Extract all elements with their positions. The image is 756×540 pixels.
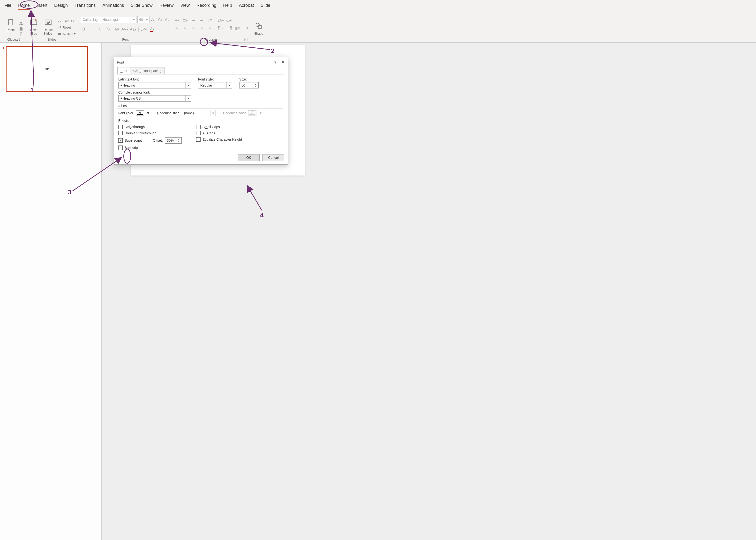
change-case-button[interactable]: Aa▾ [130,26,136,32]
new-slide-button[interactable]: New Slide [27,16,40,36]
tab-slide-extra[interactable]: Slide [260,2,271,10]
align-center-button[interactable]: ≡ [182,25,188,31]
clipboard-launcher[interactable] [19,38,23,41]
chevron-down-icon: ▼ [185,95,190,101]
tab-design[interactable]: Design [54,2,68,10]
chevron-down-icon: ▼ [210,110,215,116]
char-spacing-button[interactable]: AV▾ [122,26,128,32]
tab-animations[interactable]: Animations [102,2,124,10]
chevron-down-icon[interactable]: ▼ [146,111,150,115]
complex-font-combo[interactable]: +Heading CS▼ [118,95,191,101]
italic-button[interactable]: I [89,26,95,32]
ok-button[interactable]: OK [238,154,260,161]
tab-recording[interactable]: Recording [196,2,217,10]
chevron-down-icon: ▼ [227,82,231,88]
section-button[interactable]: ▭Section ▾ [56,31,77,36]
offset-spinner[interactable]: 30%▲▼ [165,137,182,144]
increase-font-icon[interactable]: A↑ [150,17,156,23]
decrease-font-icon[interactable]: A↓ [157,17,163,23]
tab-slideshow[interactable]: Slide Show [130,2,153,10]
format-painter-icon[interactable] [19,32,23,36]
numbering-button[interactable]: ≣▾ [182,17,188,23]
close-icon[interactable]: ✕ [281,60,285,65]
tab-view[interactable]: View [180,2,190,10]
bullets-button[interactable]: ≡▾ [174,17,180,23]
ltr-button[interactable]: ¶→ [218,25,224,31]
font-color-picker[interactable]: A [136,110,144,116]
font-dialog: Font ? ✕ Font Character Spacing Latin te… [114,57,288,165]
thumbnail-number: 1 [2,46,4,92]
ribbon-group-paragraph: ≡▾ ≣▾ ⇤ ⇥ ↕≡ ↕A▾ ▭▾ ≡ ≡ ≡ ≡ ≡ ¶→ ←¶ ▥▾ ▭… [172,12,250,42]
small-caps-checkbox[interactable] [196,125,201,129]
strikethrough-button[interactable]: ab [114,26,119,32]
offset-label: Offset: [153,139,163,142]
new-slide-label: New Slide [30,28,37,35]
reuse-slides-button[interactable]: Reuse Slides [42,16,55,36]
paragraph-launcher[interactable] [244,38,248,41]
align-left-button[interactable]: ≡ [174,25,180,31]
slides-group-label: Slides [48,38,56,41]
copy-icon[interactable] [19,27,23,31]
spinner-icon[interactable]: ▲▼ [254,83,258,87]
underline-button[interactable]: U [97,26,103,32]
svg-rect-5 [21,28,23,31]
subscript-checkbox[interactable] [118,146,123,150]
all-caps-checkbox[interactable] [196,131,201,135]
increase-indent-button[interactable]: ⇥ [199,17,204,23]
tab-insert[interactable]: Insert [36,2,48,10]
tab-review[interactable]: Review [159,2,174,10]
shapes-button[interactable]: Shape [252,20,265,36]
layout-icon: ▭ [57,19,62,23]
font-color-button[interactable]: A▾ [149,26,155,32]
chevron-down-icon: ▾ [146,18,148,22]
tab-help[interactable]: Help [223,2,233,10]
dialog-tab-font[interactable]: Font [117,67,130,74]
svg-point-8 [47,21,49,24]
text-direction-button[interactable]: ↕A▾ [218,17,224,23]
superscript-checkbox[interactable] [118,138,123,143]
tab-acrobat[interactable]: Acrobat [238,2,254,10]
tab-transitions[interactable]: Transitions [74,2,96,10]
double-strikethrough-checkbox[interactable] [118,131,123,135]
size-spinner[interactable]: 60▲▼ [239,82,259,88]
workspace: 1 m2 [0,43,756,540]
underline-style-combo[interactable]: (none)▼ [182,110,216,116]
columns-button[interactable]: ▥▾ [234,25,240,31]
line-spacing-button[interactable]: ↕≡ [207,17,213,23]
dialog-tab-spacing[interactable]: Character Spacing [130,67,164,74]
latin-font-label: Latin text font: [118,77,191,81]
slide-thumbnail-1[interactable]: m2 [6,46,88,92]
latin-font-combo[interactable]: +Heading▼ [118,82,191,88]
decrease-indent-button[interactable]: ⇤ [190,17,196,23]
help-icon[interactable]: ? [274,60,276,64]
shadow-button[interactable]: S [105,26,111,32]
font-size-combo[interactable]: 60▾ [137,16,149,23]
cancel-button[interactable]: Cancel [263,154,284,161]
layout-button[interactable]: ▭Layout ▾ [56,18,77,24]
paste-button[interactable]: Paste ▾ [4,16,17,36]
tab-home[interactable]: Home [18,2,30,10]
reset-icon: ↺ [57,25,62,30]
rtl-button[interactable]: ←¶ [226,25,232,31]
svg-rect-7 [45,20,51,25]
ribbon: Paste ▾ Clipboard New Slide Reuse Slides [0,10,756,43]
font-style-combo[interactable]: Regular▼ [198,82,232,88]
clear-formatting-icon[interactable]: Aₓ [164,17,170,23]
distribute-button[interactable]: ≡ [207,25,213,31]
strikethrough-checkbox[interactable] [118,125,123,129]
smartart-button[interactable]: ▭▾ [242,25,248,31]
reset-button[interactable]: ↺Reset [56,25,77,30]
align-right-button[interactable]: ≡ [190,25,196,31]
tab-file[interactable]: File [4,2,12,10]
clipboard-group-label: Clipboard [7,38,21,41]
spinner-icon[interactable]: ▲▼ [177,138,180,143]
ribbon-group-slides: New Slide Reuse Slides ▭Layout ▾ ↺Reset … [25,12,79,42]
cut-icon[interactable] [19,21,23,26]
align-text-button[interactable]: ▭▾ [226,17,232,23]
font-dialog-launcher[interactable] [165,38,169,41]
equalize-checkbox[interactable] [196,137,201,142]
bold-button[interactable]: B [81,26,87,32]
justify-button[interactable]: ≡ [199,25,204,31]
highlight-button[interactable]: 🖍▾ [141,26,147,32]
font-name-combo[interactable]: Calibri Light (Headings)▾ [81,16,136,23]
